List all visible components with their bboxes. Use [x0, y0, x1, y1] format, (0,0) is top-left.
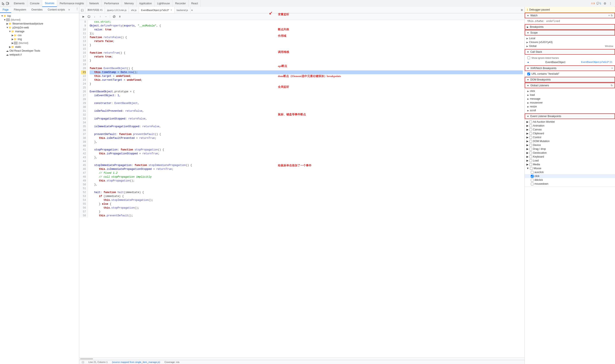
event-ad-auction[interactable]: ▶Ad Auction Worklet: [525, 120, 615, 124]
list-item[interactable]: ▶ 📁 img: [0, 37, 79, 41]
breakpoints-header[interactable]: ▶ Breakpoints: [525, 24, 615, 30]
cb-auxclick[interactable]: [531, 171, 534, 174]
sidebar-menu-icon[interactable]: ⋮: [75, 7, 79, 11]
tab-performance-insights[interactable]: Performance insights: [57, 0, 87, 7]
step-over-button[interactable]: [87, 14, 91, 19]
list-item[interactable]: ☁ webpack://: [0, 53, 79, 57]
list-item[interactable]: ▶ (blurred): [0, 41, 79, 45]
cb-click[interactable]: [531, 175, 534, 178]
watch-refresh-button[interactable]: ↻: [611, 14, 613, 17]
cb-device[interactable]: [529, 144, 532, 147]
format-button[interactable]: { }: [82, 361, 84, 363]
code-tab-jquery[interactable]: jquery-1.8.3.min.js: [105, 7, 129, 13]
event-control[interactable]: ▶Control: [525, 135, 615, 139]
event-animation[interactable]: ▶Animation: [525, 124, 615, 128]
step-into-button[interactable]: ↓: [92, 14, 97, 19]
settings-icon[interactable]: ⚙: [603, 1, 607, 5]
event-clipboard[interactable]: ▶Clipboard: [525, 131, 615, 135]
cb-geolocation[interactable]: [529, 152, 532, 154]
listener-resize[interactable]: ▶resize: [525, 105, 615, 108]
list-item[interactable]: ▼ 📁 manage: [0, 29, 79, 33]
listener-mouseover[interactable]: ▶mouseover: [525, 101, 615, 105]
cb-canvas[interactable]: [529, 128, 532, 131]
event-keyboard[interactable]: ▶Keyboard: [525, 155, 615, 159]
code-editor[interactable]: 8 9 10 11 12 13 14 15 16 17 18 19 20 21 …: [79, 20, 524, 357]
pause-on-exception-button[interactable]: ⏸: [117, 14, 122, 19]
list-item[interactable]: ▼ 📁 p2m/p2m-web: [0, 26, 79, 29]
xhr-breakpoints-header[interactable]: ▼ XHR/fetch Breakpoints +: [525, 65, 615, 71]
source-map-info[interactable]: (source mapped from single_item_manage.j…: [112, 361, 160, 363]
cb-dom-mutation[interactable]: [529, 140, 532, 143]
event-geolocation[interactable]: ▶Geolocation: [525, 151, 615, 155]
listener-scroll[interactable]: ▶scroll: [525, 108, 615, 112]
cb-mouse[interactable]: [530, 167, 533, 170]
event-media[interactable]: ▶Media: [525, 163, 615, 166]
more-tabs-icon[interactable]: »: [190, 9, 194, 12]
device-icon[interactable]: [6, 1, 10, 5]
preview-icon[interactable]: ⊞: [519, 9, 524, 12]
show-ignore-checkbox[interactable]: [527, 56, 530, 59]
scope-global[interactable]: ▶Global Window: [525, 44, 615, 48]
cb-mousedown[interactable]: [531, 182, 534, 185]
tab-close-button[interactable]: ✕: [170, 9, 172, 11]
scope-closure[interactable]: ▶Closure (xSJGYy43): [525, 40, 615, 44]
listener-load[interactable]: ▶load: [525, 93, 615, 97]
code-tab-eventbaseobject[interactable]: EventBaseObject.js?a5c3* ✕: [139, 7, 174, 13]
xhr-breakpoint-checkbox[interactable]: [527, 73, 530, 75]
tab-network[interactable]: Network: [87, 0, 102, 7]
listener-click[interactable]: ▶click: [525, 89, 615, 93]
code-tab-xhr[interactable]: xhr.js: [129, 7, 139, 13]
list-item[interactable]: ▼ (blurred): [0, 18, 79, 22]
tab-console[interactable]: Console: [27, 0, 42, 7]
tab-memory[interactable]: Memory: [122, 0, 136, 7]
list-item[interactable]: ▼ 📁 top: [0, 14, 79, 18]
step-out-button[interactable]: ↑: [98, 14, 103, 19]
cb-media[interactable]: [529, 163, 532, 166]
horizontal-scrollbar[interactable]: [79, 357, 524, 360]
alert-badge[interactable]: ⚠9: [591, 2, 595, 5]
event-canvas[interactable]: ▶Canvas: [525, 128, 615, 131]
scope-local[interactable]: ▶Local: [525, 36, 615, 40]
tab-performance[interactable]: Performance: [102, 0, 122, 7]
event-load[interactable]: ▶Load: [525, 159, 615, 163]
sidebar-tab-filesystem[interactable]: Filesystem: [11, 7, 29, 13]
event-device[interactable]: ▶Device: [525, 143, 615, 147]
format-icon[interactable]: { }: [79, 7, 85, 13]
sidebar-tab-page[interactable]: Page: [0, 7, 11, 13]
tab-lighthouse[interactable]: Lighthouse: [155, 0, 173, 7]
event-drag-drop[interactable]: ▶Drag / drop: [525, 147, 615, 151]
more-icon[interactable]: ⋮: [609, 1, 612, 5]
list-item[interactable]: ▶ 📁 css: [0, 33, 79, 37]
event-auxclick[interactable]: auxclick: [525, 170, 615, 174]
callstack-frame[interactable]: ● EventBaseObject EventBaseObject.js?a5c…: [525, 60, 615, 64]
scope-header[interactable]: ▼ Scope: [525, 30, 615, 36]
tab-application[interactable]: Application: [136, 0, 155, 7]
xhr-add-button[interactable]: +: [611, 67, 613, 70]
tab-recorder[interactable]: Recorder: [173, 0, 188, 7]
sidebar-tab-overrides[interactable]: Overrides: [29, 7, 45, 13]
message-badge[interactable]: 💬1: [597, 2, 601, 5]
show-ignore-frames[interactable]: Show ignore-listed frames: [525, 55, 615, 60]
watch-header[interactable]: ▼ Watch + ↻: [525, 13, 615, 18]
cb-keyboard[interactable]: [529, 156, 532, 158]
call-stack-header[interactable]: ▼ Call Stack: [525, 49, 615, 55]
watch-add-button[interactable]: +: [608, 14, 610, 17]
cb-load[interactable]: [529, 159, 532, 162]
xhr-breakpoint-item[interactable]: URL contains "/test/add": [525, 72, 615, 76]
cb-dblclick[interactable]: [531, 179, 534, 182]
code-tab-scriptlet[interactable]: 脚本代码段 #1: [85, 7, 105, 13]
dom-breakpoints-header[interactable]: ▼ DOM Breakpoints: [525, 77, 615, 82]
cb-animation[interactable]: [529, 124, 532, 127]
event-dblclick[interactable]: dblclick: [525, 178, 615, 182]
cb-clipboard[interactable]: [529, 132, 532, 135]
event-mouse[interactable]: ▼Mouse: [525, 166, 615, 170]
tab-sources[interactable]: Sources: [42, 0, 57, 7]
global-listeners-header[interactable]: ▼ Global Listeners ↻: [525, 83, 615, 88]
step-button[interactable]: →: [103, 14, 108, 19]
tab-elements[interactable]: Elements: [11, 0, 27, 7]
cb-drag-drop[interactable]: [529, 148, 532, 150]
listener-message[interactable]: ▶message: [525, 97, 615, 101]
sidebar-tab-content-scripts[interactable]: Content scripts: [45, 7, 67, 13]
list-item[interactable]: ▶ 📁 fileserver/download/picture: [0, 22, 79, 26]
list-item[interactable]: ☁ Old React Developer Tools: [0, 49, 79, 53]
